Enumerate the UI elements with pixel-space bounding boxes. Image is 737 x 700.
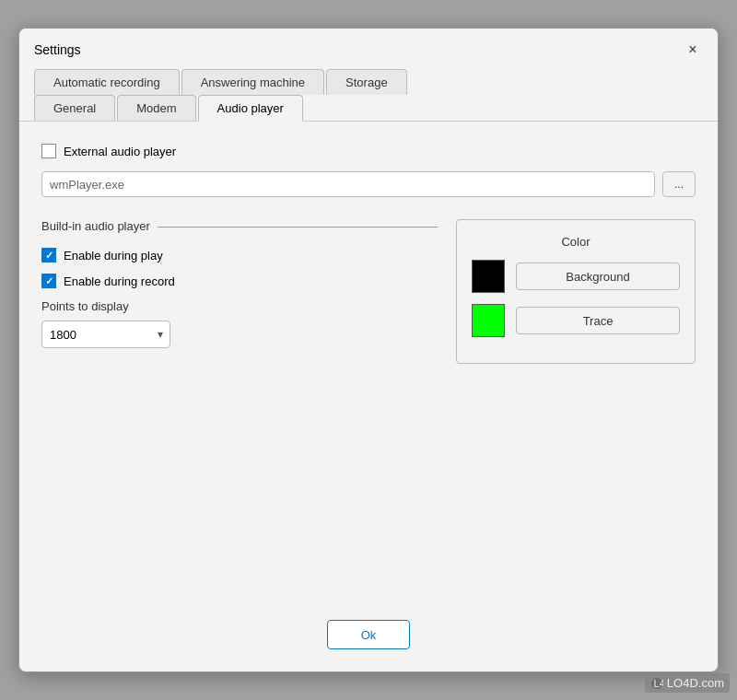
browse-button[interactable]: ...: [662, 171, 696, 197]
tab-modem[interactable]: Modem: [117, 95, 195, 121]
tabs-container: Automatic recording Answering machine St…: [19, 69, 718, 122]
tab-automatic-recording[interactable]: Automatic recording: [34, 69, 180, 95]
enable-play-checkbox[interactable]: [41, 248, 56, 262]
color-section: Color Background Trace: [456, 219, 696, 364]
watermark-icon: L4: [650, 677, 663, 690]
external-audio-checkbox[interactable]: [41, 144, 56, 158]
enable-record-checkbox[interactable]: [41, 274, 56, 288]
buildin-divider: [158, 227, 438, 228]
window-title: Settings: [34, 42, 81, 57]
trace-color-row: Trace: [472, 304, 680, 337]
trace-button[interactable]: Trace: [516, 307, 680, 334]
points-section: Points to display 1800 900 450 3600 ▾: [41, 299, 438, 348]
player-path-input[interactable]: [41, 171, 655, 197]
enable-record-label: Enable during record: [64, 274, 175, 288]
external-audio-row: External audio player: [41, 144, 696, 158]
settings-window: Settings × Automatic recording Answering…: [18, 28, 719, 672]
tab-answering-machine[interactable]: Answering machine: [181, 69, 324, 95]
svg-text:L4: L4: [653, 677, 663, 688]
buildin-section: Build-in audio player Enable during play…: [41, 219, 696, 367]
background-color-row: Background: [472, 260, 680, 293]
file-input-row: ...: [41, 171, 696, 197]
footer: Ok: [19, 605, 718, 671]
background-button[interactable]: Background: [516, 262, 680, 290]
color-group-label: Color: [472, 235, 680, 249]
tabs-row-1: Automatic recording Answering machine St…: [34, 69, 703, 95]
close-button[interactable]: ×: [683, 40, 703, 60]
buildin-header: Build-in audio player: [41, 219, 438, 233]
tab-storage[interactable]: Storage: [326, 69, 407, 95]
content-area: External audio player ... Build-in audio…: [19, 122, 718, 605]
title-bar: Settings ×: [19, 29, 718, 69]
watermark-text: LO4D.com: [667, 676, 724, 690]
tab-audio-player[interactable]: Audio player: [198, 95, 303, 122]
ok-button[interactable]: Ok: [327, 620, 410, 649]
watermark: L4 LO4D.com: [645, 673, 730, 693]
buildin-label: Build-in audio player: [41, 219, 150, 233]
enable-play-label: Enable during play: [64, 249, 163, 262]
buildin-left: Build-in audio player Enable during play…: [41, 219, 438, 367]
points-select[interactable]: 1800 900 450 3600: [41, 321, 170, 348]
points-label: Points to display: [41, 299, 438, 313]
tabs-row-2: General Modem Audio player: [34, 95, 703, 121]
enable-play-row: Enable during play: [41, 248, 438, 262]
enable-record-row: Enable during record: [41, 274, 438, 288]
points-select-wrapper: 1800 900 450 3600 ▾: [41, 321, 170, 348]
external-audio-label: External audio player: [64, 145, 176, 158]
background-swatch[interactable]: [472, 260, 505, 293]
tab-general[interactable]: General: [34, 95, 115, 121]
trace-swatch[interactable]: [472, 304, 505, 337]
